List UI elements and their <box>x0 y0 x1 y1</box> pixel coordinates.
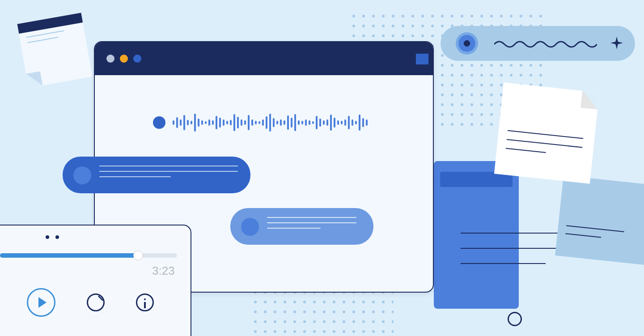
info-button[interactable] <box>136 293 154 311</box>
window-control <box>416 54 428 64</box>
decorative-line <box>461 233 568 234</box>
record-dot-icon <box>458 35 475 52</box>
waveform-bars <box>172 114 369 132</box>
record-indicator-icon <box>153 116 165 129</box>
progress-track[interactable] <box>0 253 177 258</box>
small-card <box>555 175 644 265</box>
decorative-line <box>461 248 568 249</box>
window-titlebar <box>95 42 433 75</box>
decorative-pill <box>441 26 635 61</box>
play-button[interactable] <box>27 288 55 317</box>
progress-fill <box>0 253 138 258</box>
sparkle-icon <box>610 37 623 49</box>
speed-button[interactable] <box>87 293 105 311</box>
time-display: 3:23 <box>152 264 175 278</box>
audio-player: 3:23 <box>0 225 191 336</box>
traffic-light-close[interactable] <box>106 55 114 63</box>
chat-bubble-secondary <box>230 208 373 245</box>
progress-thumb[interactable] <box>133 251 143 260</box>
sticky-note <box>17 13 93 88</box>
chat-bubble-primary <box>63 157 250 193</box>
background-card <box>434 161 519 309</box>
traffic-light-minimize[interactable] <box>120 55 128 63</box>
audio-waveform <box>153 114 369 132</box>
avatar-icon <box>73 166 91 184</box>
traffic-light-zoom[interactable] <box>133 55 141 63</box>
squiggle-icon <box>494 40 597 48</box>
drag-handle-icon <box>46 235 59 239</box>
document <box>494 82 599 183</box>
avatar-icon <box>241 218 259 236</box>
circle-shape <box>508 312 522 326</box>
decorative-line <box>461 263 546 264</box>
